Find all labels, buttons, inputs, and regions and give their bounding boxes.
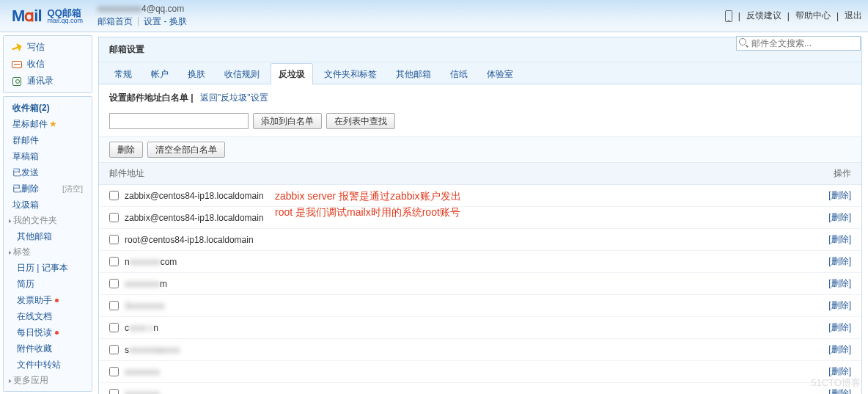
tab-8[interactable]: 体验室 [479,63,521,84]
table-row: nxxxxxxxcom[删除] [99,251,861,273]
sidebar-sub-item[interactable]: 每日悦读 [4,324,92,340]
clear-link[interactable]: [清空] [62,182,83,195]
sidebar-folder[interactable]: 星标邮件★ [4,116,92,132]
header-user: xxxxxxxxxx4@qq.com 邮箱首页 | 设置 - 换肤 [98,4,187,28]
tab-6[interactable]: 其他邮箱 [388,63,439,84]
row-checkbox[interactable] [109,367,119,376]
whitelist-header: 设置邮件地址白名单 | 返回"反垃圾"设置 [99,84,861,109]
find-button[interactable]: 在列表中查找 [326,113,395,129]
sidebar-group[interactable]: 我的文件夹 [4,213,92,228]
tab-1[interactable]: 帐户 [143,63,177,84]
sidebar-sub-item[interactable]: 文件中转站 [4,357,92,373]
tab-5[interactable]: 文件夹和标签 [316,63,385,84]
sidebar-action-write[interactable]: 写信 [4,39,92,56]
whitelist-input[interactable] [109,113,249,129]
sidebar-folders: 收件箱(2)星标邮件★群邮件草稿箱已发送已删除[清空]垃圾箱我的文件夹其他邮箱标… [3,96,92,392]
row-delete[interactable]: [删除] [828,211,851,224]
sidebar-group[interactable]: 更多应用 [4,373,92,388]
table-row: 3xxxxxxxx[删除] [99,295,861,317]
link-feedback[interactable]: 反馈建议 [746,10,781,22]
sidebar-sub-item[interactable]: 简历 [4,276,92,292]
row-checkbox[interactable] [109,213,119,222]
row-address: xxxxxxxxm [125,279,828,289]
table-row: xxxxxxxx[删除] [99,361,861,383]
whitelist-actions: 删除 清空全部白名单 [99,136,861,163]
row-address: zabbix@centos84-ip18.localdomain [125,191,828,201]
tab-7[interactable]: 信纸 [442,63,476,84]
row-delete[interactable]: [删除] [828,189,851,202]
sidebar-sub-item[interactable]: 其他邮箱 [4,228,92,244]
table-row: xxxxxxxx[删除] [99,383,861,394]
row-address: nxxxxxxxcom [125,257,828,267]
sidebar-sub-item[interactable]: 附件收藏 [4,340,92,357]
sidebar-folder[interactable]: 草稿箱 [4,148,92,164]
sidebar-sub-item[interactable]: 在线文档 [4,308,92,324]
sidebar-sub-item[interactable]: 发票助手 [4,292,92,308]
row-delete[interactable]: [删除] [828,299,851,312]
delete-button[interactable]: 删除 [109,142,143,158]
col-address: 邮件地址 [109,167,814,180]
whitelist-controls: 添加到白名单 在列表中查找 [99,109,861,136]
main-content: 邮箱设置 常规帐户换肤收信规则反垃圾文件夹和标签其他邮箱信纸体验室 设置邮件地址… [95,32,868,394]
table-row: cxxxx cn[删除] [99,317,861,339]
sidebar-action-contact[interactable]: 通讯录 [4,73,92,90]
sidebar-folder[interactable]: 垃圾箱 [4,197,92,213]
sidebar-folder[interactable]: 已删除[清空] [4,180,92,197]
nav-settings-skin[interactable]: 设置 - 换肤 [144,15,187,28]
row-address: sxxxxxsiaxxxx [125,345,828,355]
sidebar-folder[interactable]: 收件箱(2) [4,100,92,116]
row-delete[interactable]: [删除] [828,255,851,268]
row-checkbox[interactable] [109,191,119,200]
row-delete[interactable]: [删除] [828,277,851,290]
tab-3[interactable]: 收信规则 [216,63,268,84]
row-address: zabbix@centos84-ip18.localdomain [125,213,828,223]
whitelist-rows: zabbix server 报警是通过zabbix账户发出 root 是我们调试… [99,185,861,394]
sidebar-group[interactable]: 标签 [4,244,92,260]
tab-0[interactable]: 常规 [106,63,140,84]
app-header: Mɑil QQ邮箱 mail.qq.com xxxxxxxxxx4@qq.com… [0,0,868,32]
row-delete[interactable]: [删除] [828,233,851,246]
link-logout[interactable]: 退出 [845,10,862,22]
table-row: zabbix@centos84-ip18.localdomain[删除] [99,207,861,229]
search-icon [739,38,748,47]
add-button[interactable]: 添加到白名单 [253,113,322,129]
row-checkbox[interactable] [109,301,119,310]
row-delete[interactable]: [删除] [828,343,851,356]
sidebar-folder[interactable]: 已发送 [4,164,92,180]
row-checkbox[interactable] [109,345,119,354]
tab-2[interactable]: 换肤 [180,63,213,84]
settings-tabs: 常规帐户换肤收信规则反垃圾文件夹和标签其他邮箱信纸体验室 [99,62,861,84]
sidebar-action-label: 通讯录 [27,75,54,87]
row-checkbox[interactable] [109,235,119,244]
row-checkbox[interactable] [109,389,119,394]
row-delete[interactable]: [删除] [828,387,851,394]
row-address: xxxxxxxx [125,389,828,395]
logo-mark: Mɑil [12,7,42,26]
write-icon [11,43,23,53]
row-address: xxxxxxxx [125,367,828,377]
link-help[interactable]: 帮助中心 [795,10,831,22]
tab-4[interactable]: 反垃圾 [271,63,313,84]
row-delete[interactable]: [删除] [828,365,851,378]
back-link[interactable]: 返回"反垃圾"设置 [200,92,268,103]
user-email: xxxxxxxxxx4@qq.com [98,4,187,14]
logo-sub: QQ邮箱 mail.qq.com [48,8,84,24]
sidebar-folder[interactable]: 群邮件 [4,132,92,148]
sidebar-main-actions: 写信收信通讯录 [3,35,92,93]
row-delete[interactable]: [删除] [828,321,851,334]
contact-icon [11,76,23,87]
clear-all-button[interactable]: 清空全部白名单 [147,142,225,158]
nav-home[interactable]: 邮箱首页 [98,15,133,28]
search-input[interactable] [736,36,861,51]
row-checkbox[interactable] [109,279,119,288]
notification-dot-icon [55,299,59,302]
row-checkbox[interactable] [109,323,119,332]
phone-icon[interactable] [725,10,732,22]
table-header: 邮件地址 操作 [99,163,861,185]
row-address: 3xxxxxxxx [125,301,828,311]
row-checkbox[interactable] [109,257,119,266]
col-action: 操作 [814,167,851,180]
sidebar-action-inbox[interactable]: 收信 [4,56,92,73]
sidebar-sub-item[interactable]: 日历 | 记事本 [4,260,92,276]
table-row: sxxxxxsiaxxxx[删除] [99,339,861,361]
